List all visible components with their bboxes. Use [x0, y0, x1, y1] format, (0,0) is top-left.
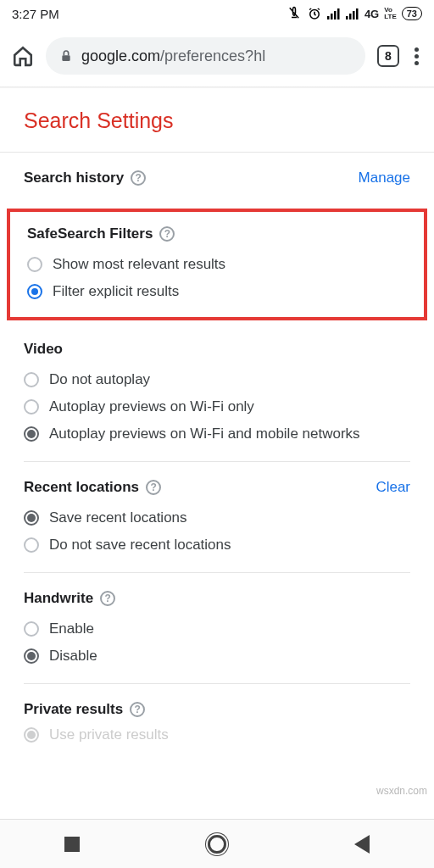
- status-bar: 3:27 PM 4G VoLTE 73: [0, 0, 434, 27]
- help-icon[interactable]: ?: [130, 702, 145, 717]
- radio-no-autoplay[interactable]: Do not autoplay: [24, 371, 410, 388]
- radio-icon: [27, 257, 42, 272]
- radio-icon: [24, 727, 39, 743]
- video-title: Video: [24, 341, 410, 358]
- radio-save-locations[interactable]: Save recent locations: [24, 509, 410, 526]
- svg-rect-9: [62, 55, 70, 61]
- help-icon[interactable]: ?: [159, 226, 175, 242]
- radio-no-save-locations[interactable]: Do not save recent locations: [24, 537, 410, 554]
- watermark: wsxdn.com: [376, 785, 427, 797]
- radio-wifi-only[interactable]: Autoplay previews on Wi-Fi only: [24, 398, 410, 415]
- locations-title: Recent locations ?: [24, 479, 161, 496]
- radio-disable-handwrite[interactable]: Disable: [24, 648, 410, 665]
- url-bar[interactable]: google.com/preferences?hl: [46, 37, 365, 75]
- safesearch-title: SafeSearch Filters ?: [27, 225, 407, 242]
- private-title: Private results ?: [24, 701, 410, 718]
- url-text: google.com/preferences?hl: [81, 47, 265, 65]
- svg-rect-1: [327, 16, 330, 19]
- radio-enable-handwrite[interactable]: Enable: [24, 620, 410, 637]
- manage-link[interactable]: Manage: [359, 170, 410, 186]
- battery-indicator: 73: [402, 7, 422, 20]
- radio-show-relevant[interactable]: Show most relevant results: [27, 256, 407, 273]
- radio-icon: [24, 621, 39, 637]
- search-history-title: Search history ?: [24, 170, 146, 186]
- network-label: 4G: [364, 8, 379, 20]
- section-handwrite: Handwrite ? Enable Disable: [0, 573, 434, 683]
- radio-icon: [24, 426, 39, 442]
- alarm-icon: [307, 6, 322, 21]
- svg-rect-3: [334, 11, 337, 19]
- section-private: Private results ? Use private results: [0, 684, 434, 747]
- mute-icon: [287, 6, 302, 21]
- safesearch-highlight: SafeSearch Filters ? Show most relevant …: [7, 209, 427, 320]
- home-icon[interactable]: [12, 45, 34, 67]
- radio-icon: [27, 284, 42, 299]
- section-video: Video Do not autoplay Autoplay previews …: [0, 324, 434, 461]
- radio-wifi-mobile[interactable]: Autoplay previews on Wi-Fi and mobile ne…: [24, 426, 410, 442]
- radio-filter-explicit[interactable]: Filter explicit results: [27, 283, 407, 300]
- svg-rect-7: [353, 11, 355, 19]
- radio-icon: [24, 372, 39, 387]
- signal-2-icon: [346, 8, 359, 19]
- signal-1-icon: [327, 8, 341, 19]
- radio-icon: [24, 510, 39, 526]
- android-nav-bar: [0, 819, 434, 868]
- handwrite-title: Handwrite ?: [24, 590, 410, 607]
- recent-apps-button[interactable]: [64, 837, 80, 852]
- home-button[interactable]: [208, 835, 226, 854]
- svg-rect-8: [356, 8, 359, 19]
- help-icon[interactable]: ?: [100, 591, 115, 606]
- radio-icon: [24, 399, 39, 415]
- radio-icon: [24, 537, 39, 553]
- svg-rect-5: [346, 16, 348, 19]
- radio-icon: [24, 648, 39, 664]
- section-locations: Recent locations ? Clear Save recent loc…: [0, 462, 434, 572]
- volte-label: VoLTE: [384, 7, 397, 20]
- section-search-history: Search history ? Manage: [0, 153, 434, 205]
- radio-use-private[interactable]: Use private results: [24, 726, 410, 743]
- status-time: 3:27 PM: [12, 7, 59, 21]
- help-icon[interactable]: ?: [146, 480, 161, 495]
- svg-rect-4: [337, 8, 340, 19]
- status-indicators: 4G VoLTE 73: [287, 6, 422, 21]
- clear-link[interactable]: Clear: [376, 479, 410, 496]
- page-title: Search Settings: [0, 88, 434, 152]
- browser-toolbar: google.com/preferences?hl 8: [0, 27, 434, 86]
- svg-rect-2: [331, 14, 333, 19]
- tab-switcher[interactable]: 8: [377, 45, 399, 67]
- help-icon[interactable]: ?: [131, 170, 146, 186]
- svg-rect-6: [349, 14, 352, 19]
- overflow-menu-icon[interactable]: [411, 44, 422, 69]
- lock-icon: [59, 48, 73, 64]
- back-button[interactable]: [354, 835, 370, 854]
